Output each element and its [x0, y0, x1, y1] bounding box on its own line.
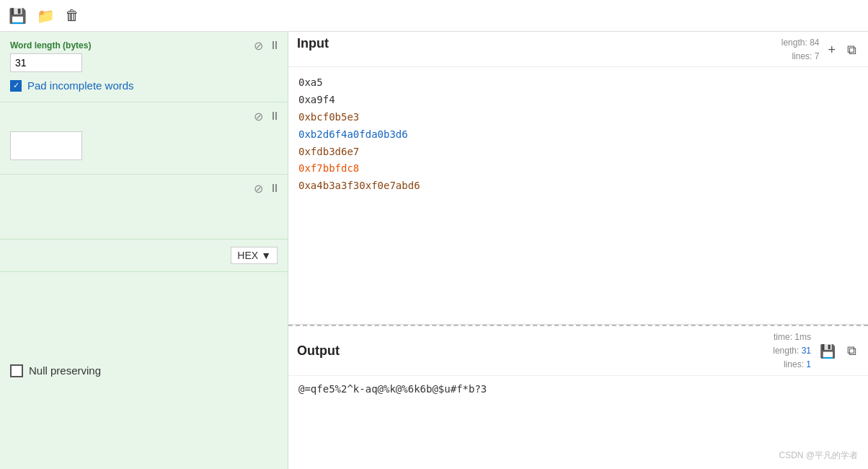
out-lines-label: lines: [784, 359, 804, 369]
output-save-button[interactable]: 💾 [817, 342, 838, 361]
hex-dropdown[interactable]: HEX ▼ [231, 247, 278, 264]
left-panel: ⊘ ⏸ Word length (bytes) ✓ Pad incomplete… [0, 32, 288, 469]
hex-arrow-icon: ▼ [261, 250, 271, 261]
disable-icon-2[interactable]: ⊘ [254, 110, 263, 123]
output-header: Output time: 1ms length: 31 lines: 1 💾 ⧉ [288, 326, 868, 376]
input-content: 0xa50xa9f40xbcf0b5e30xb2d6f4a0fda0b3d60x… [288, 67, 868, 324]
null-section: Null preserving [0, 272, 288, 469]
input-header-right: length: 84 lines: 7 + ⧉ [781, 36, 859, 63]
word-length-input[interactable] [10, 53, 82, 72]
section-1-controls: ⊘ ⏸ [254, 39, 280, 53]
input-line: 0xa5 [298, 74, 858, 92]
output-text: @=qfe5%2^k-aq@%k@%6k6b@$u#f*b?3 [298, 383, 487, 395]
hex-row: HEX ▼ [0, 240, 288, 272]
section-3: ⊘ ⏸ [0, 175, 288, 240]
input-line: 0xfdb3d6e7 [298, 144, 858, 161]
input-line: 0xa9f4 [298, 92, 858, 109]
main-layout: ⊘ ⏸ Word length (bytes) ✓ Pad incomplete… [0, 32, 868, 469]
input-line: 0xa4b3a3f30xf0e7abd6 [298, 177, 858, 195]
input-line: 0xbcf0b5e3 [298, 109, 858, 126]
input-header: Input length: 84 lines: 7 + ⧉ [288, 32, 868, 67]
pause-icon-2[interactable]: ⏸ [269, 110, 280, 123]
input-window-button[interactable]: ⧉ [844, 41, 859, 59]
time-value: 1ms [794, 332, 811, 342]
null-preserving-checkbox[interactable] [10, 364, 23, 377]
length-label: length: [781, 38, 807, 48]
null-preserving-label: Null preserving [29, 364, 101, 377]
disable-icon-3[interactable]: ⊘ [254, 182, 263, 196]
pad-incomplete-checkbox[interactable]: ✓ [10, 80, 22, 92]
hex-label: HEX [237, 250, 258, 261]
out-lines-value: 1 [806, 359, 811, 369]
section-1: ⊘ ⏸ Word length (bytes) ✓ Pad incomplete… [0, 32, 288, 102]
disable-icon-1[interactable]: ⊘ [254, 39, 263, 53]
trash-icon[interactable]: 🗑 [65, 7, 79, 24]
out-length-value: 31 [802, 346, 811, 356]
watermark: CSDN @平凡的学者 [779, 450, 858, 462]
time-label: time: [774, 332, 792, 342]
pause-icon-1[interactable]: ⏸ [269, 39, 280, 53]
word-length-label: Word length (bytes) [10, 40, 278, 51]
output-copy-button[interactable]: ⧉ [844, 342, 859, 360]
lines-label: lines: [792, 51, 812, 61]
lines-value: 7 [815, 51, 820, 61]
pause-icon-3[interactable]: ⏸ [269, 182, 280, 196]
input-meta: length: 84 lines: 7 [781, 36, 820, 63]
section-2-controls: ⊘ ⏸ [254, 110, 280, 123]
input-line: 0xf7bbfdc8 [298, 160, 858, 177]
output-header-right: time: 1ms length: 31 lines: 1 💾 ⧉ [773, 330, 859, 372]
output-meta: time: 1ms length: 31 lines: 1 [773, 330, 811, 372]
out-length-label: length: [773, 346, 799, 356]
output-title: Output [297, 343, 340, 359]
folder-icon[interactable]: 📁 [37, 7, 55, 25]
length-value: 84 [810, 38, 819, 48]
section-2: ⊘ ⏸ [0, 102, 288, 175]
toolbar: 💾 📁 🗑 [0, 0, 868, 32]
input-title: Input [297, 36, 329, 51]
right-panel: Input length: 84 lines: 7 + ⧉ 0xa50xa9f4… [288, 32, 868, 469]
save-icon[interactable]: 💾 [9, 7, 27, 25]
pad-incomplete-label: Pad incomplete words [27, 79, 134, 92]
pad-incomplete-row: ✓ Pad incomplete words [10, 79, 278, 92]
input-section: Input length: 84 lines: 7 + ⧉ 0xa50xa9f4… [288, 32, 868, 325]
section-2-input[interactable] [10, 131, 82, 160]
input-line: 0xb2d6f4a0fda0b3d6 [298, 126, 858, 144]
output-section: Output time: 1ms length: 31 lines: 1 💾 ⧉… [288, 325, 868, 469]
section-3-controls: ⊘ ⏸ [254, 182, 280, 196]
input-add-button[interactable]: + [825, 41, 838, 59]
